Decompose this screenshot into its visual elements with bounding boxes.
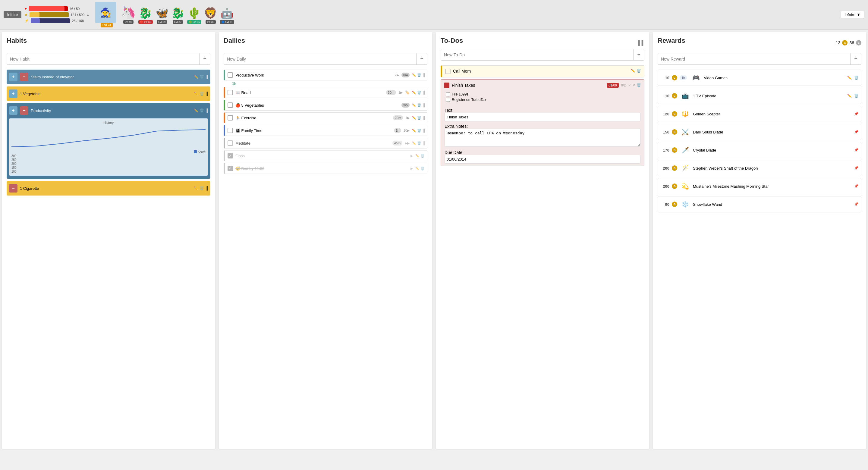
daily-streak-floss: ▶	[410, 154, 413, 158]
user-label[interactable]: lefnire	[4, 11, 22, 18]
todo-due-input[interactable]	[444, 155, 641, 164]
pin-reward-dark-souls-blade[interactable]: 📌	[854, 130, 859, 134]
edit-reward-tv-episode[interactable]: ✏️	[847, 94, 852, 98]
add-reward-button[interactable]: +	[850, 53, 861, 64]
new-habit-input[interactable]	[7, 54, 199, 64]
pin-reward-crystal-blade[interactable]: 📌	[854, 148, 859, 152]
chart-read-icon[interactable]: ▐	[422, 91, 425, 95]
user-menu[interactable]: lefnire ▼	[841, 11, 864, 19]
daily-checkbox-bed[interactable]: ✓	[227, 166, 233, 171]
new-todo-input[interactable]	[441, 50, 633, 60]
chart-med-icon[interactable]: ▐	[422, 141, 425, 145]
pin-reward-golden-scepter[interactable]: 📌	[854, 112, 859, 116]
chart-ex-icon[interactable]: ▐	[422, 116, 425, 120]
todo-item-call-mom: Call Mom ✏️ 🗑️	[441, 65, 644, 77]
habit-minus-productivity[interactable]: −	[20, 106, 28, 115]
chart-todos-button[interactable]: ▐▐	[635, 39, 644, 46]
todo-notes-input[interactable]: Remember to call CPA on Wednesday	[444, 129, 641, 147]
reward-name-tv-episode: 1 TV Episode	[693, 94, 845, 98]
edit-floss-icon[interactable]: ✏️	[415, 154, 420, 158]
due-label: Due Date:	[444, 150, 464, 155]
daily-actions-vegetables: ✏️ 🗑️ ▐	[412, 103, 425, 107]
pin-reward-shaft-dragon[interactable]: 📌	[854, 166, 859, 170]
edit-taxes-icon[interactable]: 🗑️	[637, 83, 641, 87]
delete-med-icon[interactable]: 🗑️	[417, 141, 421, 145]
edit-reward-video-games[interactable]: ✏️	[847, 75, 852, 80]
edit-ex-icon[interactable]: ✏️	[412, 116, 416, 120]
add-todo-button[interactable]: +	[633, 49, 644, 60]
pet-6-badge: Lvl 33	[206, 20, 216, 24]
daily-checkbox-vegetables[interactable]	[227, 102, 233, 108]
delete-bed-icon[interactable]: 🗑️	[421, 167, 425, 170]
edit-daily-icon[interactable]: ✏️	[412, 73, 416, 77]
daily-actions-floss: ✏️ 🗑️	[415, 154, 425, 158]
delete-read-icon[interactable]: 🗑️	[417, 91, 421, 95]
delete-ex-icon[interactable]: 🗑️	[417, 116, 421, 120]
new-daily-input[interactable]	[224, 54, 416, 64]
delete-veg-icon[interactable]: 🗑️	[417, 103, 421, 107]
pet-5-sprite: 🌵	[187, 7, 201, 20]
edit-callmom-icon[interactable]: ✏️	[631, 69, 635, 73]
daily-name-meditate: Meditate	[236, 141, 390, 146]
chart-icon-stairs[interactable]: ▐	[205, 75, 208, 79]
text-label: Text:	[444, 108, 454, 113]
daily-checkbox-family[interactable]	[227, 128, 233, 133]
edit-read-icon[interactable]: ✏️	[412, 91, 416, 95]
reward-icon-morning-star: 💫	[680, 181, 690, 192]
delete-reward-tv-episode[interactable]: 🗑️	[854, 94, 859, 98]
habit-item-stairs: + − Stairs instead of elevator ✏️ 🗑️ ▐	[7, 70, 210, 84]
chart-fam-icon[interactable]: ▐	[422, 129, 425, 132]
edit-icon-cigarette[interactable]: ✏️	[194, 186, 198, 190]
reward-gold-coin-golden-scepter: G	[672, 111, 677, 117]
chart-icon-vegetable[interactable]: ▐	[205, 92, 208, 96]
delete-icon-stairs[interactable]: 🗑️	[199, 75, 204, 79]
new-reward-input[interactable]	[658, 54, 850, 64]
delete-floss-icon[interactable]: 🗑️	[421, 154, 425, 158]
delete-daily-icon[interactable]: 🗑️	[417, 73, 421, 77]
daily-checkbox-floss[interactable]: ✓	[227, 153, 233, 158]
habit-minus-stairs[interactable]: −	[20, 73, 28, 81]
pin-reward-snowflake-wand[interactable]: 📌	[854, 202, 859, 207]
chart-icon-productivity[interactable]: ▐	[205, 108, 208, 113]
delete-icon-productivity[interactable]: 🗑️	[199, 108, 204, 113]
chart-veg-icon[interactable]: ▐	[422, 103, 425, 107]
add-daily-button[interactable]: +	[416, 53, 427, 64]
edit-veg-icon[interactable]: ✏️	[412, 103, 416, 107]
habit-plus-vegetable[interactable]: +	[9, 90, 18, 98]
check-taxes-icon[interactable]: ✓	[628, 83, 631, 87]
delete-callmom-icon[interactable]: 🗑️	[637, 69, 641, 73]
rewards-column: Rewards 13 G 36 S + 10 G 1h 🎮 Video Game…	[653, 32, 866, 449]
habit-plus-stairs[interactable]: +	[9, 73, 18, 81]
subtask-checkbox-1099s[interactable]	[446, 92, 450, 96]
delete-reward-video-games[interactable]: 🗑️	[854, 75, 859, 80]
mp-text: 25 / 108	[72, 19, 84, 23]
chart-icon-cigarette[interactable]: ▐	[205, 186, 208, 190]
daily-checkbox-exercise[interactable]	[227, 115, 233, 121]
edit-bed-icon[interactable]: ✏️	[415, 167, 420, 170]
habit-name-cigarette: 1 Cigarette	[20, 186, 191, 191]
edit-fam-icon[interactable]: ✏️	[412, 129, 416, 132]
reward-name-snowflake-wand: Snowflake Wand	[693, 202, 852, 207]
edit-icon-stairs[interactable]: ✏️	[194, 75, 198, 79]
add-habit-button[interactable]: +	[199, 53, 210, 64]
daily-checkbox-meditate[interactable]	[227, 140, 233, 146]
delete-icon-cigarette[interactable]: 🗑️	[199, 186, 204, 190]
reward-time-video-games: 1h	[680, 75, 687, 80]
edit-icon-productivity[interactable]: ✏️	[194, 108, 198, 113]
todo-checkbox-call-mom[interactable]	[445, 69, 451, 74]
todo-text-input[interactable]	[444, 113, 641, 121]
subtask-checkbox-turbotax[interactable]	[446, 98, 450, 102]
pet-1-sprite: 🦄	[121, 5, 136, 20]
delete-fam-icon[interactable]: 🗑️	[417, 129, 421, 132]
edit-med-icon[interactable]: ✏️	[412, 141, 416, 145]
delete-taxes-icon[interactable]: ✕	[632, 83, 635, 87]
habit-minus-cigarette[interactable]: −	[9, 184, 18, 192]
todo-checkbox-finish-taxes[interactable]	[444, 83, 450, 88]
delete-icon-vegetable[interactable]: 🗑️	[199, 92, 204, 96]
chart-daily-icon[interactable]: ▐	[422, 73, 425, 77]
daily-checkbox-productive-work[interactable]	[227, 72, 233, 78]
pin-reward-morning-star[interactable]: 📌	[854, 184, 859, 188]
daily-checkbox-read[interactable]	[227, 90, 233, 95]
edit-icon-vegetable[interactable]: ✏️	[194, 92, 198, 96]
habit-plus-productivity[interactable]: +	[9, 106, 18, 115]
